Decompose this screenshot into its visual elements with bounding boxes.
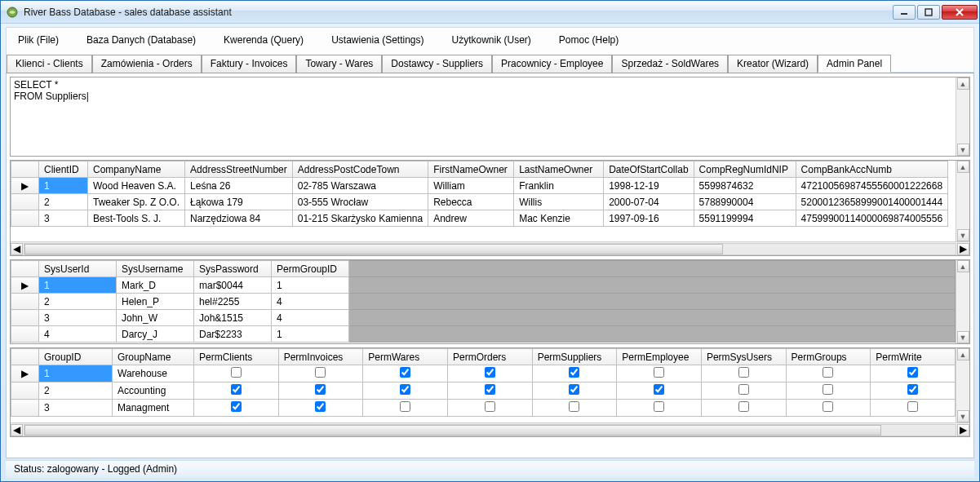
scroll-up-icon[interactable]: ▲ <box>957 348 969 360</box>
cell[interactable]: 5788990004 <box>694 194 796 210</box>
cell[interactable]: mar$0044 <box>194 277 272 294</box>
perm-checkbox[interactable] <box>400 401 410 412</box>
cell[interactable]: 02-785 Warszawa <box>292 178 428 194</box>
perm-checkbox[interactable] <box>907 367 918 378</box>
menu-item-1[interactable]: Baza Danych (Database) <box>82 31 201 49</box>
grid1-vscrollbar[interactable]: ▲ ▼ <box>956 161 969 241</box>
scroll-down-icon[interactable]: ▼ <box>957 331 969 343</box>
col-header[interactable]: DateOfStartCollab <box>604 161 694 178</box>
cell[interactable]: Darcy_J <box>117 326 194 343</box>
perm-checkbox-cell[interactable] <box>532 365 617 383</box>
col-header[interactable]: PermGroups <box>786 349 871 365</box>
sysusers-grid[interactable]: SysUserIdSysUsernameSysPasswordPermGroup… <box>11 260 956 343</box>
row-header[interactable] <box>11 194 39 210</box>
cell[interactable]: William <box>428 178 514 194</box>
menu-item-0[interactable]: Plik (File) <box>13 31 64 49</box>
cell[interactable]: Best-Tools S. J. <box>88 210 185 227</box>
row-header[interactable] <box>11 310 39 326</box>
perm-checkbox-cell[interactable] <box>363 383 448 400</box>
cell[interactable]: Warehouse <box>113 365 194 383</box>
close-button[interactable] <box>942 5 978 20</box>
perm-checkbox-cell[interactable] <box>194 383 279 400</box>
col-header[interactable]: LastNameOwner <box>514 161 604 178</box>
cell[interactable]: Franklin <box>514 178 604 194</box>
table-row[interactable]: 2Tweaker Sp. Z O.O.Łąkowa 17903-555 Wroc… <box>11 194 948 210</box>
perm-checkbox[interactable] <box>315 384 326 395</box>
cell[interactable]: Accounting <box>113 383 194 400</box>
cell[interactable]: Mac Kenzie <box>514 210 604 227</box>
perm-checkbox-cell[interactable] <box>786 383 871 400</box>
table-row[interactable]: 3John_WJoh&15154 <box>11 310 956 326</box>
cell[interactable]: Rebecca <box>428 194 514 210</box>
perm-checkbox-cell[interactable] <box>871 383 956 400</box>
scroll-right-icon[interactable]: ▶ <box>957 424 969 436</box>
table-row[interactable]: ▶1Warehouse <box>11 365 956 383</box>
col-header[interactable]: PermSysUsers <box>701 349 786 365</box>
grid2-vscrollbar[interactable]: ▲ ▼ <box>956 260 969 343</box>
col-header[interactable]: SysUsername <box>117 261 194 277</box>
perm-checkbox-cell[interactable] <box>447 365 532 383</box>
tab-admin-panel[interactable]: Admin Panel <box>818 55 891 73</box>
col-header[interactable]: PermClients <box>194 349 279 365</box>
row-header[interactable] <box>11 326 39 343</box>
cell[interactable]: 1998-12-19 <box>604 178 694 194</box>
col-header[interactable]: PermWares <box>363 349 448 365</box>
perm-checkbox-cell[interactable] <box>194 400 279 417</box>
perm-checkbox[interactable] <box>231 367 242 378</box>
perm-checkbox-cell[interactable] <box>532 383 617 400</box>
row-header[interactable] <box>11 383 39 400</box>
col-header[interactable]: CompRegNumIdNIP <box>694 161 796 178</box>
perm-checkbox[interactable] <box>231 401 242 412</box>
cell[interactable]: Łąkowa 179 <box>185 194 293 210</box>
table-row[interactable]: 3Managment <box>11 400 956 417</box>
cell[interactable]: 2 <box>39 194 88 210</box>
cell[interactable]: 3 <box>39 400 113 417</box>
cell[interactable]: 4 <box>39 326 117 343</box>
perm-checkbox-cell[interactable] <box>278 365 363 383</box>
perm-checkbox[interactable] <box>654 401 664 412</box>
permgroups-grid[interactable]: GroupIDGroupNamePermClientsPermInvoicesP… <box>11 348 956 417</box>
scroll-down-icon[interactable]: ▼ <box>957 144 969 156</box>
cell[interactable]: 2 <box>39 294 117 310</box>
grid1-hscrollbar[interactable]: ◀ ▶ <box>11 241 969 255</box>
perm-checkbox[interactable] <box>738 401 749 412</box>
cell[interactable]: 1 <box>39 277 117 294</box>
row-header[interactable] <box>11 400 39 417</box>
col-header[interactable]: SysUserId <box>39 261 117 277</box>
cell[interactable]: Willis <box>514 194 604 210</box>
perm-checkbox-cell[interactable] <box>617 383 702 400</box>
perm-checkbox[interactable] <box>738 367 749 378</box>
cell[interactable]: Tweaker Sp. Z O.O. <box>88 194 185 210</box>
perm-checkbox-cell[interactable] <box>363 365 448 383</box>
perm-checkbox-cell[interactable] <box>447 400 532 417</box>
row-header[interactable] <box>11 210 39 227</box>
tab-faktury-invoices[interactable]: Faktury - Invoices <box>202 55 297 73</box>
perm-checkbox[interactable] <box>823 367 833 378</box>
perm-checkbox[interactable] <box>569 367 579 378</box>
cell[interactable]: hel#2255 <box>194 294 272 310</box>
cell[interactable]: 01-215 Skarżysko Kamienna <box>292 210 428 227</box>
perm-checkbox[interactable] <box>738 384 749 395</box>
col-header[interactable]: ClientID <box>39 161 88 178</box>
cell[interactable]: 2 <box>39 383 113 400</box>
sql-editor[interactable] <box>11 77 956 156</box>
perm-checkbox[interactable] <box>485 384 495 395</box>
row-header[interactable]: ▶ <box>11 178 39 194</box>
sql-vscrollbar[interactable]: ▲ ▼ <box>956 77 969 156</box>
table-row[interactable]: 3Best-Tools S. J.Narzędziowa 8401-215 Sk… <box>11 210 948 227</box>
perm-checkbox-cell[interactable] <box>701 383 786 400</box>
perm-checkbox[interactable] <box>654 367 664 378</box>
col-header[interactable]: FirstNameOwner <box>428 161 514 178</box>
maximize-button[interactable] <box>917 5 940 20</box>
col-header[interactable]: CompBankAccNumb <box>796 161 948 178</box>
scroll-up-icon[interactable]: ▲ <box>957 77 969 90</box>
perm-checkbox-cell[interactable] <box>701 365 786 383</box>
minimize-button[interactable] <box>893 5 916 20</box>
perm-checkbox-cell[interactable] <box>194 365 279 383</box>
scroll-up-icon[interactable]: ▲ <box>957 260 969 272</box>
perm-checkbox[interactable] <box>315 367 326 378</box>
grid3-hscrollbar[interactable]: ◀ ▶ <box>11 422 969 436</box>
cell[interactable]: 52000123658999001400001444 <box>796 194 948 210</box>
col-header[interactable]: GroupName <box>113 349 194 365</box>
perm-checkbox-cell[interactable] <box>532 400 617 417</box>
